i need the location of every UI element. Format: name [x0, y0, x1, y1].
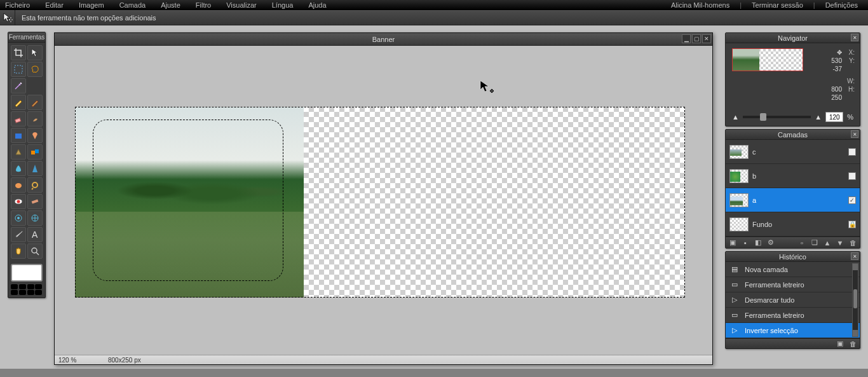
- options-bar: Esta ferramenta não tem opções adicionai…: [0, 10, 868, 25]
- tools-panel: Ferramentas A: [8, 32, 46, 298]
- tool-hand[interactable]: [11, 243, 26, 259]
- tool-dodge[interactable]: [27, 177, 43, 193]
- zoom-out-icon[interactable]: ▲: [732, 113, 739, 121]
- layer-name: Fundo: [752, 221, 772, 228]
- history-scrollbar[interactable]: [852, 263, 858, 337]
- tool-zoom[interactable]: [27, 243, 43, 259]
- move-cursor-icon: [479, 79, 496, 96]
- history-close-button[interactable]: ✕: [851, 252, 858, 260]
- menu-ficheiro[interactable]: Ficheiro: [5, 1, 30, 9]
- layer-down-icon[interactable]: ▼: [836, 238, 844, 247]
- document-titlebar[interactable]: Banner ▁ ▢ ✕: [55, 33, 712, 46]
- scroll-up-button[interactable]: [853, 264, 858, 270]
- tool-lasso[interactable]: [27, 62, 43, 77]
- zoom-in-icon[interactable]: ▲: [815, 113, 822, 121]
- selection-marquee-inner: [93, 120, 283, 281]
- layer-row-a[interactable]: a ✓: [726, 188, 860, 212]
- menu-imagem[interactable]: Imagem: [79, 1, 104, 9]
- scroll-down-button[interactable]: [853, 330, 858, 336]
- tool-wand[interactable]: [11, 78, 26, 93]
- layer-row-fundo[interactable]: Fundo 🔒: [726, 212, 860, 236]
- window-close-button[interactable]: ✕: [702, 34, 711, 43]
- history-item[interactable]: ▤ Nova camada: [726, 262, 860, 277]
- tool-sponge[interactable]: [11, 177, 26, 193]
- layer-delete-icon[interactable]: 🗑: [848, 238, 857, 247]
- tool-bucket[interactable]: [11, 128, 26, 143]
- navigator-title[interactable]: Navigator ✕: [726, 33, 860, 43]
- scroll-thumb[interactable]: [853, 289, 857, 308]
- separator: |: [740, 1, 742, 9]
- tool-brush[interactable]: [27, 95, 43, 110]
- layer-row-c[interactable]: c: [726, 140, 860, 164]
- history-item[interactable]: ▷ Desmarcar tudo: [726, 292, 860, 308]
- navigator-thumbnail[interactable]: [732, 48, 803, 71]
- layer-settings-icon[interactable]: ⚙: [766, 238, 775, 247]
- tool-crop[interactable]: [11, 45, 26, 60]
- layer-name: b: [752, 172, 756, 180]
- layer-visibility-checkbox[interactable]: [848, 148, 856, 156]
- menu-ajuda[interactable]: Ajuda: [308, 1, 326, 9]
- canvas-area[interactable]: [55, 46, 712, 355]
- navigator-info: ✥ X:530 Y:-37 W:800 H:250: [831, 48, 855, 102]
- tool-eraser[interactable]: [11, 111, 26, 127]
- layer-visibility-checkbox[interactable]: [848, 172, 856, 180]
- menu-signout[interactable]: Terminar sessão: [752, 1, 803, 9]
- layers-panel: Camadas ✕ c b a ✓ Fundo 🔒: [725, 129, 860, 249]
- layer-mask-icon[interactable]: ◧: [754, 238, 763, 247]
- menu-ajuste[interactable]: Ajuste: [161, 1, 180, 9]
- foreground-color-swatch[interactable]: [11, 264, 43, 282]
- menu-editar[interactable]: Editar: [45, 1, 64, 9]
- history-item[interactable]: ▷ Inverter selecção: [726, 323, 860, 338]
- layer-row-b[interactable]: b: [726, 164, 860, 188]
- layers-title[interactable]: Camadas ✕: [726, 130, 860, 140]
- layer-visibility-checkbox[interactable]: ✓: [848, 196, 856, 204]
- tool-clone[interactable]: [11, 144, 26, 160]
- layer-up-icon[interactable]: ▲: [823, 238, 832, 247]
- tool-blur[interactable]: [11, 161, 26, 176]
- tool-replace-color[interactable]: [27, 144, 43, 160]
- menu-camada[interactable]: Camada: [119, 1, 146, 9]
- tool-eyedropper[interactable]: [11, 227, 26, 242]
- tool-bloat[interactable]: [27, 210, 43, 226]
- history-label: Desmarcar tudo: [745, 296, 794, 304]
- window-minimize-button[interactable]: ▁: [682, 34, 691, 43]
- menu-visualizar[interactable]: Visualizar: [226, 1, 257, 9]
- menu-user[interactable]: Alicina Mil-homens: [671, 1, 729, 9]
- history-folder-icon[interactable]: ▣: [836, 339, 844, 348]
- tool-pinch[interactable]: [11, 210, 26, 226]
- history-item[interactable]: ▭ Ferramenta letreiro: [726, 308, 860, 323]
- tool-redeye[interactable]: [11, 194, 26, 209]
- tool-marquee[interactable]: [11, 62, 26, 77]
- navigator-close-button[interactable]: ✕: [851, 34, 858, 41]
- layer-duplicate-icon[interactable]: ❏: [810, 238, 819, 247]
- menu-settings[interactable]: Definições: [825, 1, 858, 9]
- zoom-slider-thumb[interactable]: [760, 113, 766, 121]
- tool-gradient[interactable]: [27, 128, 43, 143]
- layers-close-button[interactable]: ✕: [851, 130, 858, 138]
- tool-sharpen[interactable]: [27, 161, 43, 176]
- tool-text[interactable]: A: [27, 227, 43, 242]
- menu-filtro[interactable]: Filtro: [196, 1, 211, 9]
- right-panels: Navigator ✕ ✥ X:530 Y:-37 W:800 H:250 ▲ …: [725, 32, 860, 349]
- history-step-icon: ▭: [729, 280, 740, 290]
- navigator-zoom-slider[interactable]: ▲ ▲ 120 %: [732, 112, 853, 122]
- zoom-value-input[interactable]: 120: [825, 112, 843, 122]
- history-item[interactable]: ▭ Ferramenta letreiro: [726, 277, 860, 292]
- window-maximize-button[interactable]: ▢: [692, 34, 701, 43]
- history-title[interactable]: Histórico ✕: [726, 252, 860, 262]
- menu-lingua[interactable]: Língua: [272, 1, 294, 9]
- layer-new-icon[interactable]: ▫: [797, 238, 806, 247]
- tool-pencil[interactable]: [11, 95, 26, 110]
- layer-style-icon[interactable]: ▪: [741, 238, 750, 247]
- history-delete-icon[interactable]: 🗑: [848, 339, 857, 348]
- svg-rect-4: [31, 151, 35, 154]
- nav-x-label: X:: [847, 48, 855, 57]
- navigator-title-label: Navigator: [778, 34, 808, 42]
- layer-opacity-icon[interactable]: ▣: [728, 238, 737, 247]
- tool-move[interactable]: [27, 45, 43, 60]
- status-zoom[interactable]: 120 %: [58, 357, 89, 364]
- color-palette[interactable]: [11, 284, 43, 295]
- canvas[interactable]: [75, 107, 685, 298]
- tool-smudge[interactable]: [27, 111, 43, 127]
- tool-heal[interactable]: [27, 194, 43, 209]
